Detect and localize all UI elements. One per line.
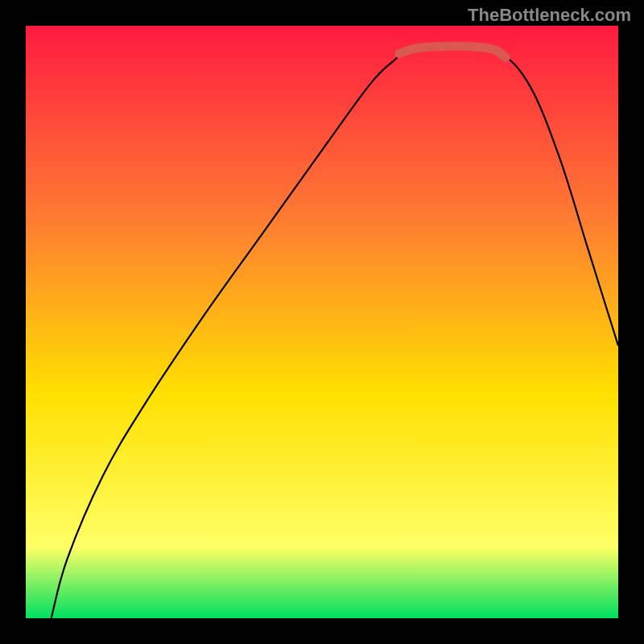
watermark-label: TheBottleneck.com xyxy=(468,5,631,26)
bottleneck-chart xyxy=(0,0,644,644)
chart-container: TheBottleneck.com xyxy=(0,0,644,644)
plot-background xyxy=(26,26,618,618)
